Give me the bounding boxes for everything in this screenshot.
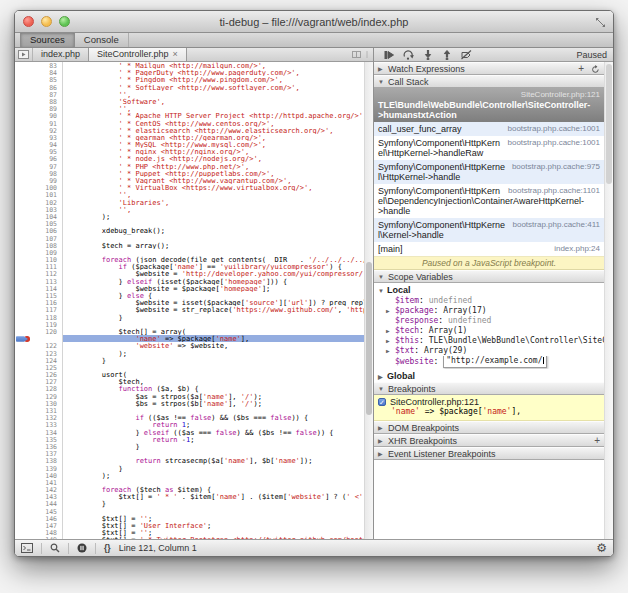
line-number[interactable]: 99 [15,177,63,184]
line-number[interactable]: 120 [15,328,63,335]
line-number[interactable]: 135 [15,436,63,443]
line-number[interactable]: 147 [15,522,63,529]
line-number[interactable]: 103 [15,206,63,213]
line-number[interactable]: 84 [15,69,63,76]
pretty-print-icon[interactable]: {} [104,543,111,553]
tab-sources[interactable]: Sources [20,33,75,47]
line-number[interactable]: 141 [15,479,63,486]
line-number[interactable]: 118 [15,314,63,321]
call-stack-frame[interactable]: bootstrap.php.cache:1001call_user_func_a… [374,122,604,136]
scope-variable[interactable]: $response: undefined [374,316,604,326]
line-number[interactable]: 96 [15,155,63,162]
variable-value-input[interactable]: "http://example.com/ [443,356,546,368]
line-number[interactable]: 83 [15,62,63,69]
breakpoint-checkbox[interactable]: ✓ [378,398,386,406]
editor-scrollbar[interactable] [364,62,373,539]
line-number[interactable]: 148 [15,529,63,536]
line-number[interactable]: 101 [15,191,63,198]
call-stack-frame[interactable]: bootstrap.php.cache:411Symfony\Component… [374,218,604,242]
line-number[interactable]: 90 [15,112,63,119]
line-number[interactable]: 102 [15,199,63,206]
line-number[interactable]: 133 [15,421,63,428]
add-watch-expression-button[interactable]: + [578,63,584,75]
line-number[interactable]: 113 [15,278,63,285]
sidebar-scrollbar[interactable] [604,62,613,539]
line-number[interactable]: 111 [15,263,63,270]
line-number[interactable]: 124 [15,357,63,364]
line-number[interactable]: 88 [15,98,63,105]
line-number[interactable]: 87 [15,91,63,98]
line-number[interactable]: 119 [15,321,63,328]
line-number[interactable]: 123 [15,350,63,357]
line-number[interactable]: 104 [15,213,63,220]
line-number[interactable]: 140 [15,472,63,479]
scope-group-local[interactable]: ▼ Local [374,283,604,296]
settings-gear-icon[interactable]: ⚙ [596,542,607,554]
line-number[interactable]: 92 [15,127,63,134]
line-number[interactable]: 139 [15,465,63,472]
line-number[interactable]: 125 [15,364,63,371]
tab-overflow-icon[interactable] [352,50,361,59]
line-number[interactable]: 108 [15,242,63,249]
pause-on-exceptions-icon[interactable] [77,543,87,553]
line-number[interactable]: 143 [15,493,63,500]
line-number[interactable]: 142 [15,486,63,493]
close-tab-icon[interactable]: × [173,49,178,59]
line-number[interactable]: 110 [15,256,63,263]
line-number[interactable]: 129 [15,393,63,400]
section-scope-variables[interactable]: ▼ Scope Variables [374,270,604,283]
file-tab-index-php[interactable]: index.php [33,48,88,61]
step-into-button[interactable] [423,50,433,60]
section-event-listener-breakpoints[interactable]: ▶ Event Listener Breakpoints [374,447,604,460]
fullscreen-icon[interactable] [595,17,606,28]
call-stack-frame[interactable]: index.php:24[main] [374,242,604,256]
line-number[interactable]: 136 [15,443,63,450]
section-dom-breakpoints[interactable]: ▶ DOM Breakpoints [374,421,604,434]
line-number[interactable]: 95 [15,148,63,155]
close-window-button[interactable] [23,16,34,27]
call-stack-frame[interactable]: SiteController.php:121TLE\Bundle\WebBund… [374,88,604,122]
step-over-button[interactable] [403,50,414,60]
scope-variable[interactable]: ▶$txt: Array(29) [374,346,604,356]
line-number[interactable]: 89 [15,105,63,112]
line-number[interactable]: 114 [15,285,63,292]
section-watch-expressions[interactable]: ▶ Watch Expressions + [374,62,604,75]
call-stack-frame[interactable]: bootstrap.php.cache:1001Symfony\Componen… [374,136,604,160]
line-number[interactable]: 128 [15,385,63,392]
line-number[interactable]: 134 [15,429,63,436]
line-number[interactable]: 145 [15,508,63,515]
scope-group-global[interactable]: ▶ Global [374,369,604,382]
line-number[interactable]: 105 [15,220,63,227]
line-number[interactable]: 137 [15,450,63,457]
section-xhr-breakpoints[interactable]: ▶ XHR Breakpoints + [374,434,604,447]
line-number[interactable]: 112 [15,270,63,277]
scope-variable[interactable]: $website: "http://example.com/ [374,356,604,369]
line-number[interactable]: 93 [15,134,63,141]
line-number[interactable]: 100 [15,184,63,191]
refresh-watch-icon[interactable] [591,65,600,74]
call-stack-frame[interactable]: bootstrap.php.cache:1101Symfony\Componen… [374,184,604,218]
line-number[interactable]: 126 [15,371,63,378]
breakpoint-entry[interactable]: ✓ SiteController.php:121 'name' => $pack… [374,395,604,421]
line-number[interactable]: 117 [15,306,63,313]
add-xhr-breakpoint-button[interactable]: + [594,435,600,447]
search-icon[interactable] [50,543,60,553]
line-number[interactable]: 122 [15,342,63,349]
line-number[interactable]: 127 [15,378,63,385]
scope-variable[interactable]: $item: undefined [374,296,604,306]
line-number[interactable]: 146 [15,515,63,522]
line-number[interactable]: 138 [15,457,63,464]
section-breakpoints[interactable]: ▼ Breakpoints [374,382,604,395]
scope-variable[interactable]: ▶$package: Array(17) [374,306,604,316]
editor-scrollbar-thumb[interactable] [366,262,372,415]
line-number[interactable]: 94 [15,141,63,148]
minimize-window-button[interactable] [41,16,52,27]
tab-console[interactable]: Console [75,33,129,47]
section-call-stack[interactable]: ▼ Call Stack [374,75,604,88]
sidebar-scrollbar-thumb[interactable] [606,64,612,184]
line-number[interactable]: 107 [15,235,63,242]
zoom-window-button[interactable] [59,16,70,27]
title-bar[interactable]: ti-debug – file:///vagrant/web/index.php [15,11,613,33]
call-stack-frame[interactable]: bootstrap.php.cache:975Symfony\Component… [374,160,604,184]
line-number[interactable]: 130 [15,400,63,407]
